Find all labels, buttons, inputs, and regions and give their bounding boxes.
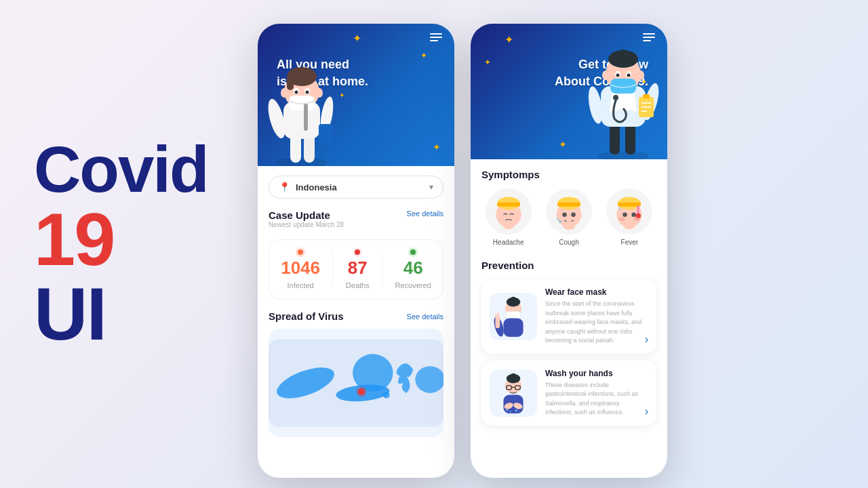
star-decoration: ✦ [505, 33, 513, 46]
update-date: Newest update March 28 [269, 221, 344, 228]
svg-rect-28 [625, 122, 635, 155]
symptoms-title: Symptomps [481, 169, 656, 180]
svg-point-89 [509, 411, 511, 413]
dot-deaths [355, 249, 360, 255]
fever-label: Fever [621, 239, 639, 246]
headache-label: Headache [493, 239, 524, 246]
recovered-label: Recovered [395, 281, 431, 289]
star-decoration: ✦ [420, 51, 427, 60]
stat-infected: 1046 Infected [281, 249, 320, 289]
case-update-title: Case Update [269, 209, 344, 221]
svg-point-69 [623, 220, 636, 229]
svg-point-58 [559, 220, 561, 223]
phones-area: ✦ ✦ ✦ ✦ All you needis stay at home. [258, 10, 667, 478]
person-illustration-2 [586, 37, 660, 159]
svg-point-90 [515, 409, 517, 411]
cough-icon-circle [546, 188, 592, 235]
brand-covid: Covid [34, 137, 224, 202]
hands-illustration [490, 369, 537, 417]
case-update-header: Case Update Newest update March 28 See d… [269, 209, 443, 237]
stat-deaths: 87 Deaths [346, 249, 370, 289]
svg-rect-6 [319, 124, 332, 144]
svg-rect-27 [610, 122, 620, 155]
svg-rect-74 [503, 318, 523, 336]
svg-point-16 [316, 88, 323, 98]
stat-divider [332, 252, 333, 287]
hands-arrow-icon[interactable]: › [645, 405, 648, 418]
menu-line [643, 33, 655, 35]
svg-point-40 [618, 49, 629, 60]
svg-rect-77 [495, 313, 497, 319]
stats-row: 1046 Infected 87 Deaths 46 Recovered [269, 239, 443, 300]
hands-desc: These diseases include gastrointestinal … [545, 381, 648, 418]
svg-point-56 [571, 212, 576, 217]
mask-illustration [490, 293, 537, 340]
mask-text: Wear face mask Since the start of the co… [545, 287, 648, 346]
star-decoration: ✦ [353, 32, 361, 45]
svg-point-59 [557, 218, 559, 220]
menu-line [430, 40, 438, 41]
svg-point-44 [627, 74, 631, 77]
symptoms-row: Headache [481, 188, 656, 246]
prevention-title: Prevention [481, 260, 656, 271]
svg-rect-14 [289, 96, 315, 110]
hands-title: Wash your hands [545, 369, 648, 378]
hero-banner-1: ✦ ✦ ✦ ✦ All you needis stay at home. [258, 24, 454, 166]
person-illustration-1 [264, 51, 339, 166]
infected-label: Infected [288, 281, 314, 289]
menu-icon-1[interactable] [430, 33, 442, 41]
spread-title: Spread of Virus [269, 310, 344, 322]
brand-ui: UI [34, 277, 224, 351]
phone1-content: 📍 Indonesia ▾ Case Update Newest update … [258, 166, 454, 447]
svg-point-88 [506, 409, 508, 411]
svg-point-47 [637, 70, 644, 80]
svg-point-46 [602, 70, 609, 80]
mask-title: Wear face mask [545, 287, 648, 297]
svg-point-43 [616, 74, 620, 77]
svg-point-63 [623, 212, 628, 217]
svg-point-23 [383, 392, 390, 399]
svg-point-26 [597, 151, 649, 159]
brand-19: 19 [34, 202, 224, 277]
hero-banner-2: ✦ ✦ ✦ ✦ Get to knowAbout Covid-19. [471, 24, 667, 159]
svg-rect-9 [287, 77, 294, 90]
deaths-number: 87 [348, 258, 368, 279]
prevention-mask-card[interactable]: Wear face mask Since the start of the co… [481, 279, 656, 354]
spread-see-details[interactable]: See details [407, 312, 443, 321]
mask-arrow-icon[interactable]: › [645, 333, 648, 346]
prevention-hands-card[interactable]: Wash your hands These diseases include g… [481, 361, 656, 426]
cough-label: Cough [559, 239, 578, 246]
branding-section: Covid 19 UI [0, 110, 258, 378]
location-selector[interactable]: 📍 Indonesia ▾ [269, 176, 443, 199]
svg-point-22 [415, 366, 443, 393]
star-decoration: ✦ [559, 139, 567, 150]
stat-divider [382, 252, 382, 287]
location-icon: 📍 [279, 182, 290, 192]
star-decoration: ✦ [433, 142, 441, 152]
svg-point-30 [613, 95, 618, 100]
phone2-content: Symptomps [471, 159, 667, 478]
headache-icon-circle [486, 188, 532, 235]
symptom-headache[interactable]: Headache [481, 188, 535, 246]
svg-rect-50 [497, 203, 520, 207]
symptom-fever[interactable]: Fever [603, 188, 656, 246]
svg-rect-54 [557, 203, 580, 207]
menu-line [430, 37, 442, 38]
svg-rect-34 [643, 94, 650, 98]
svg-point-68 [634, 217, 640, 221]
case-see-details[interactable]: See details [407, 209, 443, 218]
star-decoration: ✦ [339, 92, 344, 99]
svg-point-72 [510, 297, 517, 304]
map-container [269, 329, 443, 437]
hands-text: Wash your hands These diseases include g… [545, 369, 648, 418]
chevron-down-icon: ▾ [429, 182, 433, 192]
menu-line [430, 33, 442, 35]
svg-point-25 [356, 386, 367, 397]
dot-recovered [410, 249, 416, 255]
svg-point-13 [306, 91, 309, 94]
infected-number: 1046 [281, 258, 320, 279]
stat-recovered: 46 Recovered [395, 249, 431, 289]
svg-point-12 [295, 91, 298, 94]
svg-point-0 [276, 157, 328, 166]
symptom-cough[interactable]: Cough [542, 188, 595, 246]
